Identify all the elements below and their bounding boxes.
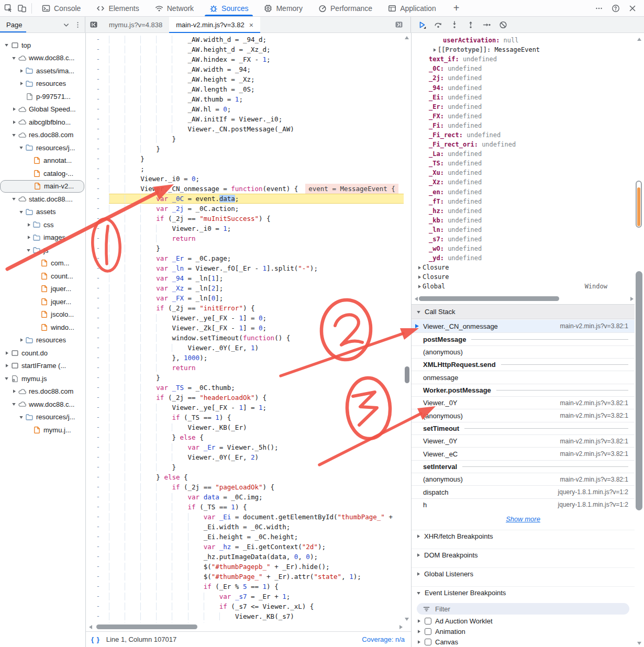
code-line[interactable]: - var _hz = _Ei.getContext("2d"); [86, 542, 404, 552]
code-view[interactable]: - _AW.width_d = _94_d;- _AW.height_d = _… [86, 33, 404, 623]
code-line[interactable]: - } [86, 462, 404, 472]
code-line[interactable]: - _AW.height_d = _Xz_d; [86, 44, 404, 54]
code-line[interactable]: - Viewer._i0 = 0; [86, 174, 404, 184]
line-gutter[interactable]: - [86, 64, 109, 74]
callstack-frame-dispatch[interactable]: dispatchjquery-1.8.1.min.js?v=1:2 [412, 485, 635, 498]
frame-location[interactable]: main-v2.min.js?v=3.82:1 [560, 476, 635, 483]
scope-row[interactable]: _94: undefined [412, 83, 635, 92]
tree-item-main-v2-[interactable]: main-v2... [0, 180, 84, 193]
line-gutter[interactable]: - [86, 432, 109, 442]
code-line[interactable]: - Viewer._CN_onmessage = function(event)… [86, 184, 404, 194]
line-gutter[interactable]: - [86, 452, 109, 462]
tab-elements[interactable]: Elements [88, 0, 147, 16]
scope-row[interactable]: GlobalWindow [412, 282, 635, 291]
code-line[interactable]: - if (_s7 <= Viewer._xL) { [86, 601, 404, 611]
code-line[interactable]: - _Ei.height = _0C.height; [86, 532, 404, 542]
close-devtools-icon[interactable] [628, 4, 637, 13]
scope-row[interactable]: _Fi: undefined [412, 121, 635, 130]
code-line[interactable]: - return [86, 233, 404, 243]
callstack-frame-viewer-0y[interactable]: Viewer._0Ymain-v2.min.js?v=3.82:1 [412, 396, 635, 409]
expander-icon[interactable] [18, 210, 25, 214]
line-gutter[interactable]: - [86, 353, 109, 363]
scope-row[interactable]: text_if: undefined [412, 54, 635, 64]
line-gutter[interactable]: - [86, 482, 109, 492]
listener-category-animation[interactable]: Animation [417, 626, 465, 637]
source-editor[interactable]: - _AW.width_d = _94_d;- _AW.height_d = _… [86, 33, 411, 647]
expander-icon[interactable] [18, 69, 25, 73]
code-line[interactable]: - if (_2j == "muInitSuccess") { [86, 214, 404, 224]
frame-location[interactable]: main-v2.min.js?v=3.82:1 [560, 412, 635, 419]
step-into-icon[interactable] [450, 20, 459, 29]
tree-item-mymu-js[interactable]: mymu.js [0, 372, 85, 385]
expander-icon[interactable] [18, 81, 25, 86]
scope-row[interactable]: Closure [412, 272, 635, 282]
panel-scrollbar-strip[interactable] [635, 33, 644, 647]
callstack-frame--anonymous-[interactable]: (anonymous)main-v2.min.js?v=3.82:1 [412, 409, 635, 421]
tree-item-p-997571-[interactable]: p-997571... [0, 90, 85, 103]
horizontal-scroll-thumb[interactable] [96, 624, 197, 629]
line-gutter[interactable]: - [86, 94, 109, 104]
scope-scroll-thumb[interactable] [419, 296, 559, 301]
line-gutter[interactable]: - [86, 164, 109, 174]
line-gutter[interactable]: - [86, 114, 109, 124]
tree-item-www-doc88-c-[interactable]: www.doc88.c... [0, 52, 85, 65]
line-gutter[interactable]: - [86, 263, 109, 273]
line-gutter[interactable]: - [86, 442, 109, 452]
line-gutter[interactable]: - [86, 144, 109, 154]
expander-icon[interactable] [10, 133, 17, 137]
tree-item-windo-[interactable]: windo... [0, 321, 85, 334]
line-gutter[interactable]: - [86, 35, 109, 44]
frame-location[interactable]: main-v2.min.js?v=3.82:1 [560, 322, 635, 330]
line-gutter[interactable]: - [86, 303, 109, 313]
code-line[interactable]: - _AW.width_d = _94_d; [86, 35, 404, 44]
scroll-down-icon[interactable] [635, 642, 644, 645]
chevron-down-icon[interactable] [62, 20, 70, 29]
expander-icon[interactable] [25, 222, 32, 227]
tab-console[interactable]: Console [34, 0, 88, 16]
line-gutter[interactable]: - [86, 74, 109, 84]
code-line[interactable]: - var _2j = _0C.action; [86, 204, 404, 214]
scope-row[interactable]: _Fi_rect_ori: undefined [412, 140, 635, 149]
checkbox[interactable] [425, 628, 431, 635]
line-gutter[interactable]: - [86, 343, 109, 353]
event-listener-filter-input[interactable]: Filter [417, 603, 629, 615]
code-line[interactable]: - var _FX = _ln[0]; [86, 293, 404, 303]
toggle-device-toolbar-icon[interactable] [18, 4, 26, 13]
frame-location[interactable]: main-v2.min.js?v=3.82:1 [560, 438, 635, 445]
code-line[interactable]: - Viewer._i0 = 1; [86, 224, 404, 233]
line-gutter[interactable]: - [86, 134, 109, 144]
line-gutter[interactable]: - [86, 492, 109, 502]
callstack-frame-settimeout[interactable]: setTimeout [412, 422, 635, 434]
line-gutter[interactable]: - [86, 293, 109, 303]
line-gutter[interactable]: - [86, 154, 109, 164]
editor-scroll-down-icon[interactable] [404, 618, 410, 621]
tab-sources[interactable]: Sources [202, 0, 256, 16]
expander-icon[interactable] [18, 338, 25, 342]
code-line[interactable]: - } else { [86, 432, 404, 442]
line-gutter[interactable]: - [86, 383, 109, 393]
code-line[interactable]: - Viewer._CN.postMessage(_AW) [86, 124, 404, 134]
scope-row[interactable]: [[Prototype]]: MessageEvent [412, 45, 635, 54]
tab-network[interactable]: Network [147, 0, 202, 16]
code-line[interactable]: - } [86, 144, 404, 154]
callstack-frame-setinterval[interactable]: setInterval [412, 460, 635, 473]
line-gutter[interactable]: - [86, 542, 109, 552]
section-event-listener-breakpoints[interactable]: Event Listener Breakpoints [412, 586, 635, 599]
line-gutter[interactable]: - [86, 472, 109, 482]
code-line[interactable]: - Viewer._0Y(_Er, 2) [86, 452, 404, 462]
tree-item-res-doc88-com[interactable]: res.doc88.com [0, 385, 85, 398]
more-tabs-button[interactable]: + [444, 0, 469, 16]
scope-row[interactable]: _Ei: undefined [412, 93, 635, 102]
line-gutter[interactable]: - [86, 512, 109, 522]
tab-performance[interactable]: Performance [310, 0, 380, 16]
call-stack-header[interactable]: Call Stack [412, 304, 635, 319]
code-line[interactable]: - var _Ei = document.getElementById("thu… [86, 512, 404, 522]
scope-row[interactable]: _ln: undefined [412, 225, 635, 235]
step-over-icon[interactable] [434, 20, 442, 29]
code-line[interactable]: - } [86, 134, 404, 144]
tree-item-startiframe-[interactable]: startIFrame (... [0, 360, 85, 373]
scope-row[interactable]: _Xu: undefined [412, 168, 635, 177]
code-line[interactable]: - _AW.hindex = _FX - 1; [86, 54, 404, 64]
code-line[interactable]: - _Ei.width = _0C.width; [86, 522, 404, 532]
callstack-frame--anonymous-[interactable]: (anonymous)main-v2.min.js?v=3.82:1 [412, 473, 635, 485]
